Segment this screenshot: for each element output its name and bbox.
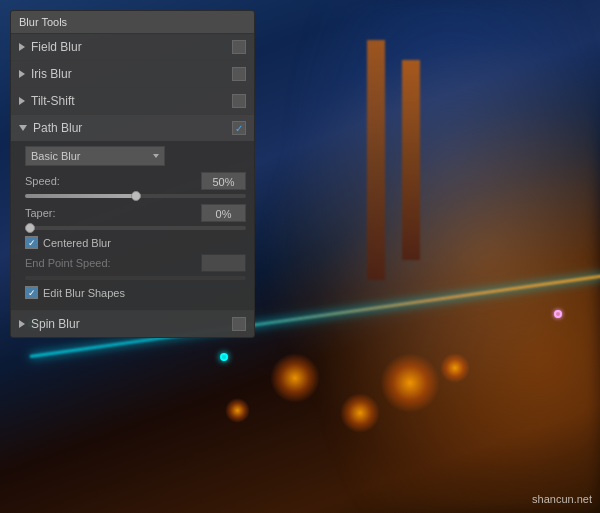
taper-slider-thumb[interactable] (25, 223, 35, 233)
blur-mode-label: Basic Blur (31, 150, 81, 162)
path-blur-content: Basic Blur Speed: 50% Taper: 0% (11, 141, 254, 310)
glow-2 (340, 393, 380, 433)
centered-blur-checkbox[interactable] (25, 236, 38, 249)
spin-blur-expand-icon (19, 320, 25, 328)
glow-4 (440, 353, 470, 383)
spin-blur-row[interactable]: Spin Blur (11, 311, 254, 337)
tilt-shift-row[interactable]: Tilt-Shift (11, 88, 254, 115)
bridge-tower-2 (367, 40, 385, 280)
edit-blur-shapes-checkbox[interactable] (25, 286, 38, 299)
watermark: shancun.net (532, 493, 592, 505)
taper-slider-track[interactable] (25, 226, 246, 230)
iris-blur-label: Iris Blur (31, 67, 232, 81)
glow-1 (380, 353, 440, 413)
end-point-speed-label: End Point Speed: (25, 257, 115, 269)
taper-label: Taper: (25, 207, 75, 219)
tilt-shift-expand-icon (19, 97, 25, 105)
edit-blur-shapes-label: Edit Blur Shapes (43, 287, 125, 299)
field-blur-expand-icon (19, 43, 25, 51)
speed-value[interactable]: 50% (201, 172, 246, 190)
blur-mode-dropdown[interactable]: Basic Blur (25, 146, 165, 166)
panel-title: Blur Tools (11, 11, 254, 34)
spin-blur-checkbox[interactable] (232, 317, 246, 331)
glow-5 (225, 398, 250, 423)
iris-blur-checkbox[interactable] (232, 67, 246, 81)
path-blur-section: Path Blur Basic Blur Speed: 50% (11, 115, 254, 311)
speed-label: Speed: (25, 175, 75, 187)
path-blur-header-row[interactable]: Path Blur (11, 115, 254, 141)
end-point-speed-slider[interactable] (25, 276, 246, 280)
blur-tools-panel: Blur Tools Field Blur Iris Blur Tilt-Shi… (10, 10, 255, 338)
tilt-shift-label: Tilt-Shift (31, 94, 232, 108)
path-dot-mid[interactable] (220, 353, 228, 361)
end-point-speed-row: End Point Speed: (25, 254, 246, 272)
glow-3 (270, 353, 320, 403)
field-blur-checkbox[interactable] (232, 40, 246, 54)
path-dot-end[interactable] (554, 310, 562, 318)
iris-blur-expand-icon (19, 70, 25, 78)
end-point-speed-value (201, 254, 246, 272)
bridge-tower-1 (402, 60, 420, 260)
centered-blur-row[interactable]: Centered Blur (25, 236, 246, 249)
path-blur-expand-icon (19, 125, 27, 131)
edit-blur-shapes-row[interactable]: Edit Blur Shapes (25, 286, 246, 299)
speed-slider-track[interactable] (25, 194, 246, 198)
field-blur-row[interactable]: Field Blur (11, 34, 254, 61)
path-blur-label: Path Blur (33, 121, 232, 135)
speed-slider-fill (25, 194, 136, 198)
field-blur-label: Field Blur (31, 40, 232, 54)
speed-slider-thumb[interactable] (131, 191, 141, 201)
tilt-shift-checkbox[interactable] (232, 94, 246, 108)
path-blur-checkbox[interactable] (232, 121, 246, 135)
blur-mode-row: Basic Blur (25, 146, 246, 166)
centered-blur-label: Centered Blur (43, 237, 111, 249)
watermark-text: shancun.net (532, 493, 592, 505)
speed-row: Speed: 50% (25, 172, 246, 190)
taper-row: Taper: 0% (25, 204, 246, 222)
dropdown-arrow-icon (153, 154, 159, 158)
spin-blur-label: Spin Blur (31, 317, 232, 331)
taper-value[interactable]: 0% (201, 204, 246, 222)
iris-blur-row[interactable]: Iris Blur (11, 61, 254, 88)
